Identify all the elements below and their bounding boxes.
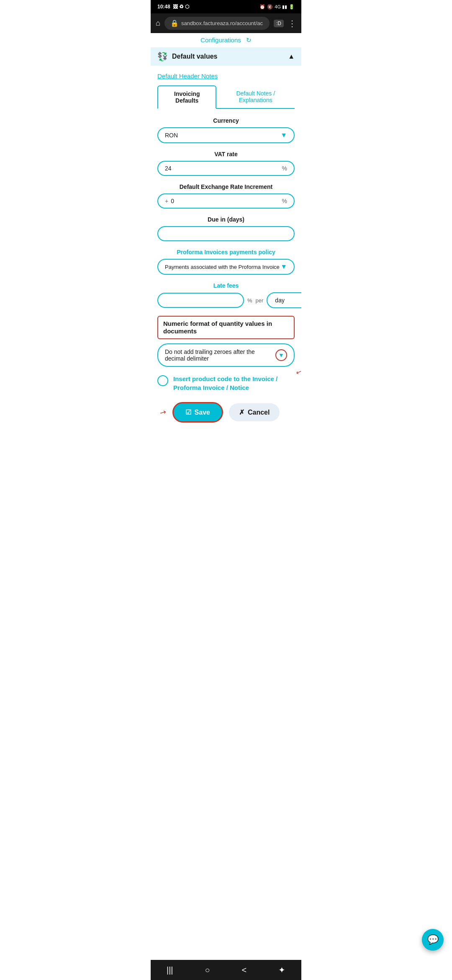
tab-invoicing-defaults[interactable]: Invoicing Defaults [157,85,216,109]
status-time: 10:48 🖼 ♻ ⬡ [157,4,189,10]
vat-rate-input[interactable]: 24 [165,165,280,172]
url-text: sandbox.factureaza.ro/account/ac [181,20,263,26]
proforma-policy-input[interactable]: Payments associated with the Proforma In… [165,264,280,270]
exchange-rate-input[interactable]: 0 [171,198,279,204]
status-right-icons: ⏰ 🔇 4G ▮▮ 🔋 [259,4,295,10]
tab-invoicing-label: Invoicing Defaults [174,90,200,104]
late-fees-field-group: Late fees % per day month year [157,282,295,308]
cancel-button[interactable]: ✗ Cancel [229,403,280,421]
numeric-format-dropdown[interactable]: Do not add trailing zeroes after the dec… [157,343,295,367]
tab-count[interactable]: :D [274,20,284,27]
battery-icon: 🔋 [289,4,295,10]
vat-rate-field-group: VAT rate 24 % [157,151,295,176]
proforma-chevron-icon: ▼ [280,263,287,271]
numeric-format-label: Numeric format of quantity values in doc… [163,320,272,335]
alarm-icon: ⏰ [259,4,265,10]
section-icon: 💱 [157,52,168,62]
exchange-rate-field-group: Default Exchange Rate Increment + 0 % [157,183,295,209]
tab-notes-label: Default Notes / Explanations [236,90,275,103]
late-fees-per-select[interactable]: day month year [267,292,301,308]
network-icon: 4G ▮▮ [275,4,287,10]
configurations-title: Configurations [200,36,241,44]
status-icons: 🖼 ♻ ⬡ [173,4,190,10]
exchange-rate-label: Default Exchange Rate Increment [157,183,295,190]
action-buttons-row: ↗ ☑ Save ✗ Cancel [157,395,295,429]
page-top-header: Configurations ↻ [151,33,301,47]
tabs-container: Invoicing Defaults Default Notes / Expla… [157,85,295,109]
browser-bar: ⌂ 🔒 sandbox.factureaza.ro/account/ac :D … [151,13,301,33]
section-title: Default values [172,53,217,60]
header-notes-text: Default Header Notes [157,72,218,80]
currency-label: Currency [157,117,295,124]
exchange-rate-prefix: + [165,198,168,204]
lock-icon: 🔒 [170,19,179,27]
save-button-wrapper: ↗ ☑ Save [172,402,223,423]
late-fees-unit: % [247,297,252,304]
right-arrow-annotation: ↙ [295,367,301,377]
vat-rate-label: VAT rate [157,151,295,157]
numeric-format-field-group: → Numeric format of quantity values in d… [157,316,295,367]
exchange-rate-unit: % [282,198,287,204]
time-display: 10:48 [157,4,170,10]
proforma-policy-field-group: Proforma Invoices payments policy Paymen… [157,249,295,275]
numeric-format-annotation-wrapper: → Numeric format of quantity values in d… [157,316,295,339]
late-fees-row: % per day month year [157,292,295,308]
save-arrow-annotation: ↗ [158,407,168,418]
proforma-policy-dropdown[interactable]: Payments associated with the Proforma In… [157,259,295,275]
due-in-input-wrapper[interactable] [157,226,295,241]
numeric-format-chevron-circle[interactable]: ▼ [275,349,287,361]
save-label: Save [195,409,210,416]
status-bar: 10:48 🖼 ♻ ⬡ ⏰ 🔇 4G ▮▮ 🔋 [151,0,301,13]
numeric-format-label-box: → Numeric format of quantity values in d… [157,316,295,339]
late-fees-input[interactable] [157,293,244,308]
mute-icon: 🔇 [267,4,273,10]
default-values-section-header[interactable]: 💱 Default values ▲ [151,47,301,66]
browser-menu-icon[interactable]: ⋮ [288,18,296,28]
section-chevron-icon[interactable]: ▲ [288,53,295,60]
numeric-format-dropdown-wrapper: Do not add trailing zeroes after the dec… [157,343,295,367]
save-button[interactable]: ☑ Save [172,402,223,423]
cancel-icon: ✗ [239,408,244,416]
vat-rate-input-wrapper[interactable]: 24 % [157,161,295,176]
currency-input[interactable]: RON [165,132,280,139]
save-icon: ☑ [185,408,191,416]
currency-dropdown[interactable]: RON ▼ [157,127,295,143]
sync-icon: ↻ [246,36,252,44]
cancel-label: Cancel [248,409,270,416]
home-icon[interactable]: ⌂ [156,19,160,28]
insert-product-code-row: Insert product code to the Invoice / Pro… [157,374,295,392]
default-header-notes-link[interactable]: Default Header Notes [157,72,295,80]
numeric-format-value: Do not add trailing zeroes after the dec… [165,348,275,362]
currency-field-group: Currency RON ▼ [157,117,295,143]
vat-rate-unit: % [282,165,287,172]
due-in-input[interactable] [165,230,287,237]
due-in-label: Due in (days) [157,216,295,223]
proforma-policy-label: Proforma Invoices payments policy [157,249,295,255]
late-fees-label: Late fees [157,282,295,289]
chevron-down-icon: ▼ [280,132,287,139]
exchange-rate-input-wrapper[interactable]: + 0 % [157,193,295,209]
url-box[interactable]: 🔒 sandbox.factureaza.ro/account/ac [164,17,270,30]
due-in-field-group: Due in (days) [157,216,295,241]
product-code-radio[interactable] [157,375,168,386]
tab-default-notes[interactable]: Default Notes / Explanations [216,85,295,108]
product-code-label: Insert product code to the Invoice / Pro… [173,374,295,392]
content-area: Default Header Notes Invoicing Defaults … [151,66,301,436]
late-fees-per: per [256,297,264,304]
